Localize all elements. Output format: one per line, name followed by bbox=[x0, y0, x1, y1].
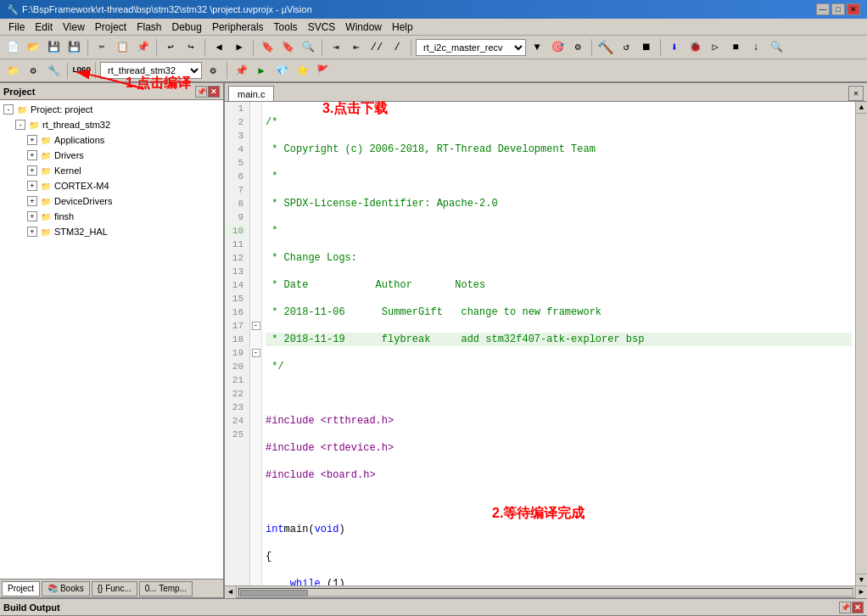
redo-button[interactable]: ↪ bbox=[182, 38, 200, 57]
tab-templates[interactable]: 0... Temp... bbox=[139, 581, 193, 596]
save-all-button[interactable]: 💾 bbox=[64, 38, 83, 57]
step-button[interactable]: ↓ bbox=[747, 38, 765, 57]
main-layout: Project 📌 ✕ - 📁 Project: project - 📁 rt bbox=[0, 83, 867, 597]
minimize-button[interactable]: — bbox=[816, 3, 830, 15]
bookmark-button[interactable]: 🔖 bbox=[258, 38, 277, 57]
panel-close-btn[interactable]: ✕ bbox=[208, 86, 220, 98]
flag-btn[interactable]: 🚩 bbox=[313, 61, 332, 80]
tree-rt-thread[interactable]: - 📁 rt_thread_stm32 bbox=[2, 117, 221, 132]
menu-svcs[interactable]: SVCS bbox=[303, 20, 341, 35]
search2-button[interactable]: 🔍 bbox=[767, 38, 786, 57]
panel-header: Project 📌 ✕ bbox=[0, 83, 223, 100]
ln-3: 3 bbox=[225, 129, 246, 143]
code-scrollbar-h[interactable]: ◀ ▶ bbox=[225, 585, 867, 597]
dropdown-go-button[interactable]: ▼ bbox=[528, 38, 546, 57]
menu-tools[interactable]: Tools bbox=[269, 20, 303, 35]
tree-root[interactable]: - 📁 Project: project bbox=[2, 102, 221, 117]
gem-btn[interactable]: 💎 bbox=[272, 61, 291, 80]
h-scrollbar-thumb[interactable] bbox=[240, 590, 308, 596]
tree-applications[interactable]: + 📁 Applications bbox=[2, 132, 221, 148]
comment-button[interactable]: // bbox=[367, 38, 386, 57]
unindent-button[interactable]: ⇤ bbox=[347, 38, 366, 57]
find-button[interactable]: 🔍 bbox=[299, 38, 317, 57]
drivers-expand[interactable]: + bbox=[27, 150, 37, 160]
build-button[interactable]: 🔨 bbox=[596, 38, 615, 57]
close-button[interactable]: ✕ bbox=[847, 3, 860, 15]
menu-file[interactable]: File bbox=[3, 20, 30, 35]
panel-float-btn[interactable]: 📌 bbox=[195, 86, 207, 98]
settings-btn[interactable]: 🔧 bbox=[44, 61, 63, 80]
kernel-expand[interactable]: + bbox=[27, 165, 37, 176]
code-scrollbar-v[interactable]: ▲ ▼ bbox=[855, 102, 867, 585]
options-button[interactable]: ⚙ bbox=[568, 38, 587, 57]
build-float-btn[interactable]: 📌 bbox=[839, 602, 851, 613]
tree-finsh[interactable]: + 📁 finsh bbox=[2, 209, 221, 224]
rt-thread-expand[interactable]: - bbox=[15, 120, 25, 130]
rebuild-button[interactable]: ↺ bbox=[617, 38, 635, 57]
menu-view[interactable]: View bbox=[58, 20, 90, 35]
menu-edit[interactable]: Edit bbox=[30, 20, 58, 35]
debug-target-button[interactable]: 🎯 bbox=[548, 38, 567, 57]
paste-button[interactable]: 📌 bbox=[133, 38, 152, 57]
maximize-button[interactable]: □ bbox=[831, 3, 845, 15]
code-tab-main[interactable]: main.c bbox=[228, 86, 274, 101]
indent-button[interactable]: ⇥ bbox=[327, 38, 345, 57]
project-tree: - 📁 Project: project - 📁 rt_thread_stm32… bbox=[0, 100, 223, 579]
undo-button[interactable]: ↩ bbox=[161, 38, 180, 57]
stop2-button[interactable]: ■ bbox=[726, 38, 745, 57]
chip-btn[interactable]: ▶ bbox=[252, 61, 271, 80]
kernel-icon: 📁 bbox=[39, 164, 53, 177]
cut-button[interactable]: ✂ bbox=[92, 38, 111, 57]
tree-hal[interactable]: + 📁 STM32_HAL bbox=[2, 224, 221, 239]
tab-functions[interactable]: {} Func... bbox=[92, 581, 137, 596]
menu-flash[interactable]: Flash bbox=[131, 20, 166, 35]
menu-help[interactable]: Help bbox=[387, 20, 418, 35]
menu-debug[interactable]: Debug bbox=[167, 20, 207, 35]
open-button[interactable]: 📂 bbox=[24, 38, 42, 57]
build-close-btn[interactable]: ✕ bbox=[852, 602, 864, 613]
pin-btn[interactable]: 📌 bbox=[232, 61, 250, 80]
tree-kernel[interactable]: + 📁 Kernel bbox=[2, 163, 221, 178]
debug2-button[interactable]: 🐞 bbox=[685, 38, 704, 57]
run-button[interactable]: ▷ bbox=[706, 38, 724, 57]
logo-btn[interactable]: LOGO bbox=[72, 61, 91, 80]
finsh-expand[interactable]: + bbox=[27, 211, 37, 221]
code-text-area[interactable]: /* * Copyright (c) 2006-2018, RT-Thread … bbox=[262, 102, 855, 585]
star-btn[interactable]: ⭐ bbox=[293, 61, 311, 80]
target-settings-btn[interactable]: ⚙ bbox=[204, 61, 222, 80]
bookmark2-button[interactable]: 🔖 bbox=[278, 38, 297, 57]
window-title: F:\BspFramework\rt-thread\bsp\stm32\stm3… bbox=[22, 4, 312, 14]
back-button[interactable]: ◀ bbox=[210, 38, 228, 57]
cortex-expand[interactable]: + bbox=[27, 181, 37, 191]
h-scrollbar-track[interactable] bbox=[238, 588, 853, 596]
project-btn[interactable]: 📁 bbox=[3, 61, 22, 80]
new-file-button[interactable]: 📄 bbox=[3, 38, 22, 57]
dd-expand[interactable]: + bbox=[27, 196, 37, 206]
tab-project[interactable]: Project bbox=[2, 581, 40, 596]
gear-btn[interactable]: ⚙ bbox=[24, 61, 42, 80]
tab-books[interactable]: 📚 Books bbox=[42, 581, 90, 596]
menu-window[interactable]: Window bbox=[340, 20, 387, 35]
ln-2: 2 bbox=[225, 115, 246, 129]
finsh-icon: 📁 bbox=[39, 210, 53, 223]
tree-devicedrivers[interactable]: + 📁 DeviceDrivers bbox=[2, 193, 221, 209]
stop-button[interactable]: ⏹ bbox=[637, 38, 656, 57]
save-button[interactable]: 💾 bbox=[44, 38, 63, 57]
ln-19: 19 bbox=[225, 346, 246, 360]
tree-cortex[interactable]: + 📁 CORTEX-M4 bbox=[2, 178, 221, 193]
ln-12: 12 bbox=[225, 251, 246, 265]
uncomment-button[interactable]: / bbox=[388, 38, 406, 57]
root-expand[interactable]: - bbox=[3, 104, 14, 115]
menu-peripherals[interactable]: Peripherals bbox=[207, 20, 269, 35]
target-dropdown[interactable]: rt_thread_stm32 bbox=[100, 62, 202, 79]
menu-project[interactable]: Project bbox=[90, 20, 131, 35]
function-dropdown[interactable]: rt_i2c_master_recv bbox=[416, 39, 526, 56]
copy-button[interactable]: 📋 bbox=[113, 38, 131, 57]
download-button[interactable]: ⬇ bbox=[665, 38, 684, 57]
forward-button[interactable]: ▶ bbox=[230, 38, 249, 57]
ln-18: 18 bbox=[225, 333, 246, 346]
code-panel-close-btn[interactable]: ✕ bbox=[848, 86, 864, 101]
hal-expand[interactable]: + bbox=[27, 227, 37, 237]
app-expand[interactable]: + bbox=[27, 135, 37, 145]
tree-drivers[interactable]: + 📁 Drivers bbox=[2, 148, 221, 163]
